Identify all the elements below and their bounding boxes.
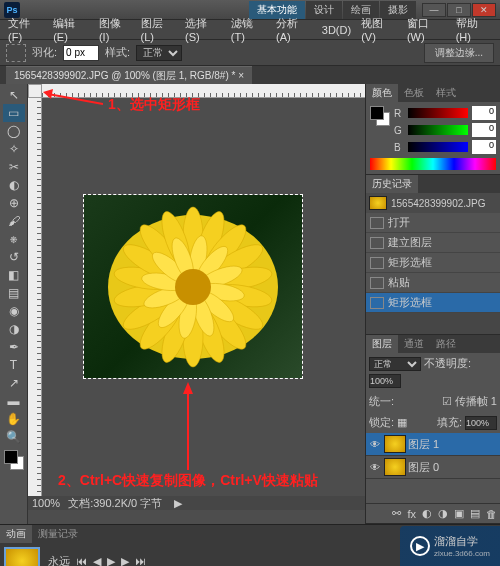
menu-window[interactable]: 窗口(W) bbox=[403, 14, 450, 45]
toolbox: ↖ ▭ ◯ ✧ ✂ ◐ ⊕ 🖌 ⎈ ↺ ◧ ▤ ◉ ◑ ✒ T ↗ ▬ ✋ 🔍 bbox=[0, 84, 28, 524]
heal-tool[interactable]: ⊕ bbox=[3, 194, 25, 212]
layer-style-icon[interactable]: fx bbox=[407, 508, 416, 520]
frame-thumbnail[interactable] bbox=[4, 547, 40, 566]
layer-name[interactable]: 图层 1 bbox=[408, 437, 439, 452]
red-slider[interactable] bbox=[408, 108, 468, 118]
marquee-tool[interactable]: ▭ bbox=[3, 104, 25, 122]
history-item[interactable]: 矩形选框 bbox=[366, 253, 500, 273]
shape-tool[interactable]: ▬ bbox=[3, 392, 25, 410]
hand-tool[interactable]: ✋ bbox=[3, 410, 25, 428]
history-brush-tool[interactable]: ↺ bbox=[3, 248, 25, 266]
path-tool[interactable]: ↗ bbox=[3, 374, 25, 392]
first-frame-icon[interactable]: ⏮ bbox=[76, 555, 87, 566]
history-item[interactable]: 建立图层 bbox=[366, 233, 500, 253]
last-frame-icon[interactable]: ⏭ bbox=[135, 555, 146, 566]
eraser-tool[interactable]: ◧ bbox=[3, 266, 25, 284]
fill-input[interactable] bbox=[465, 416, 497, 430]
zoom-tool[interactable]: 🔍 bbox=[3, 428, 25, 446]
link-layers-icon[interactable]: ⚯ bbox=[392, 507, 401, 520]
tab-measurement[interactable]: 测量记录 bbox=[32, 525, 84, 543]
tab-swatches[interactable]: 色板 bbox=[398, 84, 430, 102]
menu-file[interactable]: 文件(F) bbox=[4, 14, 47, 45]
svg-line-0 bbox=[48, 94, 103, 104]
history-item[interactable]: 粘贴 bbox=[366, 273, 500, 293]
stamp-tool[interactable]: ⎈ bbox=[3, 230, 25, 248]
tab-history[interactable]: 历史记录 bbox=[366, 175, 418, 193]
foreground-color-swatch[interactable] bbox=[4, 450, 18, 464]
blur-tool[interactable]: ◉ bbox=[3, 302, 25, 320]
lasso-tool[interactable]: ◯ bbox=[3, 122, 25, 140]
adjustment-icon[interactable]: ◑ bbox=[438, 507, 448, 520]
crop-tool[interactable]: ✂ bbox=[3, 158, 25, 176]
menu-filter[interactable]: 滤镜(T) bbox=[227, 14, 270, 45]
prev-frame-icon[interactable]: ◀ bbox=[93, 555, 101, 567]
document-tab[interactable]: 1565428399902.JPG @ 100% (图层 1, RGB/8#) … bbox=[6, 66, 252, 85]
loop-label[interactable]: 永远 bbox=[48, 554, 70, 567]
watermark-brand: 溜溜自学 bbox=[434, 534, 490, 549]
tab-paths[interactable]: 路径 bbox=[430, 335, 462, 353]
tab-color[interactable]: 颜色 bbox=[366, 84, 398, 102]
style-select[interactable]: 正常 bbox=[136, 45, 182, 61]
document-size: 文档:390.2K/0 字节 bbox=[68, 496, 162, 511]
next-frame-icon[interactable]: ▶ bbox=[121, 555, 129, 567]
visibility-icon[interactable]: 👁 bbox=[368, 460, 382, 474]
group-icon[interactable]: ▣ bbox=[454, 507, 464, 520]
visibility-icon[interactable]: 👁 bbox=[368, 437, 382, 451]
menu-analysis[interactable]: 分析(A) bbox=[272, 14, 316, 45]
opacity-input[interactable] bbox=[369, 374, 401, 388]
layers-panel: 图层 通道 路径 正常 不透明度: 统一: ☑传播帧 1 锁定: ▦ 填充: bbox=[366, 335, 500, 524]
move-tool[interactable]: ↖ bbox=[3, 86, 25, 104]
color-swatches[interactable] bbox=[4, 450, 24, 470]
play-circle-icon: ▶ bbox=[410, 536, 430, 556]
watermark-url: zixue.3d66.com bbox=[434, 549, 490, 558]
menu-view[interactable]: 视图(V) bbox=[357, 14, 401, 45]
red-value[interactable]: 0 bbox=[472, 106, 496, 120]
brush-tool[interactable]: 🖌 bbox=[3, 212, 25, 230]
play-icon[interactable]: ▶ bbox=[107, 555, 115, 567]
dodge-tool[interactable]: ◑ bbox=[3, 320, 25, 338]
layer-row[interactable]: 👁 图层 1 bbox=[366, 433, 500, 456]
refine-edge-button[interactable]: 调整边缘... bbox=[424, 43, 494, 63]
history-snapshot-thumb[interactable] bbox=[369, 196, 387, 210]
wand-tool[interactable]: ✧ bbox=[3, 140, 25, 158]
color-spectrum[interactable] bbox=[370, 158, 496, 170]
document-image bbox=[84, 195, 302, 378]
selection-marquee[interactable] bbox=[83, 194, 303, 379]
ruler-vertical[interactable] bbox=[28, 98, 42, 510]
history-item[interactable]: 矩形选框 bbox=[366, 293, 500, 313]
layer-thumbnail[interactable] bbox=[384, 435, 406, 453]
new-layer-icon[interactable]: ▤ bbox=[470, 507, 480, 520]
blue-slider[interactable] bbox=[408, 142, 468, 152]
menu-help[interactable]: 帮助(H) bbox=[452, 14, 496, 45]
green-value[interactable]: 0 bbox=[472, 123, 496, 137]
menu-edit[interactable]: 编辑(E) bbox=[49, 14, 93, 45]
tab-styles[interactable]: 样式 bbox=[430, 84, 462, 102]
history-item[interactable]: 打开 bbox=[366, 213, 500, 233]
delete-layer-icon[interactable]: 🗑 bbox=[486, 508, 497, 520]
gradient-tool[interactable]: ▤ bbox=[3, 284, 25, 302]
tab-layers[interactable]: 图层 bbox=[366, 335, 398, 353]
zoom-level[interactable]: 100% bbox=[32, 497, 60, 509]
canvas-area[interactable]: 1、选中矩形框 bbox=[28, 84, 365, 524]
pen-tool[interactable]: ✒ bbox=[3, 338, 25, 356]
menu-layer[interactable]: 图层(L) bbox=[137, 14, 180, 45]
tab-animation[interactable]: 动画 bbox=[0, 525, 32, 543]
blend-mode-select[interactable]: 正常 bbox=[369, 357, 421, 371]
eyedropper-tool[interactable]: ◐ bbox=[3, 176, 25, 194]
layer-thumbnail[interactable] bbox=[384, 458, 406, 476]
menu-select[interactable]: 选择(S) bbox=[181, 14, 225, 45]
blue-value[interactable]: 0 bbox=[472, 140, 496, 154]
ruler-corner bbox=[28, 84, 42, 98]
menu-image[interactable]: 图像(I) bbox=[95, 14, 135, 45]
mask-icon[interactable]: ◐ bbox=[422, 507, 432, 520]
type-tool[interactable]: T bbox=[3, 356, 25, 374]
tab-channels[interactable]: 通道 bbox=[398, 335, 430, 353]
layer-name[interactable]: 图层 0 bbox=[408, 460, 439, 475]
feather-input[interactable] bbox=[63, 45, 99, 61]
green-slider[interactable] bbox=[408, 125, 468, 135]
marquee-tool-icon[interactable] bbox=[6, 44, 26, 62]
lock-icon[interactable]: ▦ bbox=[397, 416, 407, 429]
layer-row[interactable]: 👁 图层 0 bbox=[366, 456, 500, 479]
document-tab-bar: 1565428399902.JPG @ 100% (图层 1, RGB/8#) … bbox=[0, 66, 500, 84]
menu-3d[interactable]: 3D(D) bbox=[318, 22, 355, 38]
